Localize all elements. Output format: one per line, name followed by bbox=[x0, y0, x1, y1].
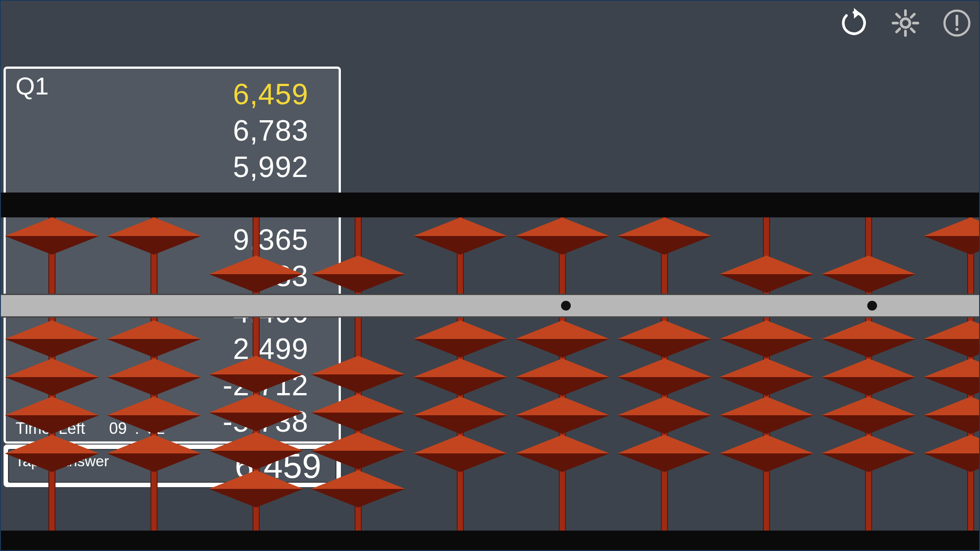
alert-icon bbox=[942, 8, 972, 38]
abacus-bead-upper[interactable] bbox=[311, 256, 405, 293]
abacus-bead-lower[interactable] bbox=[719, 358, 814, 396]
abacus-bead-upper[interactable] bbox=[719, 256, 814, 293]
abacus-bead-lower[interactable] bbox=[924, 397, 980, 434]
abacus-bead-lower[interactable] bbox=[719, 397, 814, 434]
abacus-bead-lower[interactable] bbox=[209, 432, 303, 469]
abacus-bead-lower[interactable] bbox=[719, 435, 814, 472]
abacus-bead-upper[interactable] bbox=[924, 217, 980, 255]
abacus-bead-lower[interactable] bbox=[5, 320, 99, 358]
abacus-bead-lower[interactable] bbox=[209, 356, 303, 393]
abacus-frame-bottom bbox=[1, 531, 979, 550]
abacus-bead-lower[interactable] bbox=[107, 358, 201, 396]
question-number: 6,459 bbox=[233, 76, 308, 112]
question-number: 5,992 bbox=[233, 149, 308, 185]
abacus-rod[interactable] bbox=[103, 217, 205, 531]
question-number: 6,783 bbox=[233, 112, 308, 149]
abacus-bead-lower[interactable] bbox=[413, 320, 507, 358]
abacus-rod[interactable] bbox=[818, 217, 920, 531]
abacus-bead-lower[interactable] bbox=[822, 358, 916, 396]
abacus-bead-lower[interactable] bbox=[5, 435, 99, 472]
abacus-rod[interactable] bbox=[205, 217, 307, 531]
abacus-beam bbox=[1, 294, 979, 318]
abacus-bead-lower[interactable] bbox=[822, 435, 916, 472]
abacus-bead-upper[interactable] bbox=[413, 217, 507, 255]
abacus-bead-upper[interactable] bbox=[107, 217, 201, 255]
abacus-rod[interactable] bbox=[613, 217, 715, 531]
abacus-bead-lower[interactable] bbox=[311, 470, 405, 508]
reload-button[interactable] bbox=[837, 6, 871, 40]
abacus-bead-lower[interactable] bbox=[617, 320, 711, 358]
abacus-bead-lower[interactable] bbox=[822, 320, 916, 358]
abacus-bead-lower[interactable] bbox=[209, 470, 303, 508]
abacus-bead-lower[interactable] bbox=[5, 358, 99, 396]
abacus-bead-lower[interactable] bbox=[719, 320, 814, 358]
question-label: Q1 bbox=[16, 71, 49, 100]
abacus-bead-lower[interactable] bbox=[413, 397, 507, 434]
abacus-bead-lower[interactable] bbox=[311, 432, 405, 469]
abacus-bead-upper[interactable] bbox=[209, 256, 303, 293]
abacus-rod[interactable] bbox=[920, 217, 980, 531]
abacus-bead-lower[interactable] bbox=[617, 358, 711, 396]
svg-point-3 bbox=[956, 28, 959, 31]
abacus-bead-lower[interactable] bbox=[924, 435, 980, 472]
abacus-bead-lower[interactable] bbox=[413, 435, 507, 472]
settings-button[interactable] bbox=[889, 6, 922, 40]
abacus-rod[interactable] bbox=[1, 217, 103, 531]
abacus-rod[interactable] bbox=[511, 217, 613, 531]
abacus-bead-upper[interactable] bbox=[822, 256, 916, 293]
alert-button[interactable] bbox=[940, 6, 974, 40]
abacus-frame-top bbox=[1, 193, 979, 217]
abacus[interactable] bbox=[1, 193, 979, 550]
abacus-rods bbox=[1, 217, 979, 531]
beam-dot bbox=[561, 301, 571, 311]
abacus-bead-lower[interactable] bbox=[107, 435, 201, 472]
abacus-bead-lower[interactable] bbox=[515, 320, 609, 358]
abacus-rod[interactable] bbox=[409, 217, 511, 531]
abacus-bead-lower[interactable] bbox=[515, 358, 609, 396]
abacus-bead-lower[interactable] bbox=[617, 435, 711, 472]
abacus-bead-lower[interactable] bbox=[413, 358, 507, 396]
abacus-bead-lower[interactable] bbox=[107, 320, 201, 358]
topbar bbox=[837, 6, 974, 40]
gear-icon bbox=[890, 8, 921, 38]
abacus-bead-upper[interactable] bbox=[515, 217, 609, 255]
abacus-bead-lower[interactable] bbox=[924, 358, 980, 396]
abacus-bead-upper[interactable] bbox=[617, 217, 711, 255]
abacus-bead-lower[interactable] bbox=[515, 397, 609, 434]
svg-point-0 bbox=[901, 19, 910, 28]
abacus-bead-lower[interactable] bbox=[822, 397, 916, 434]
abacus-bead-lower[interactable] bbox=[924, 320, 980, 358]
beam-dot bbox=[867, 301, 877, 311]
abacus-bead-lower[interactable] bbox=[515, 435, 609, 472]
abacus-rod[interactable] bbox=[715, 217, 818, 531]
abacus-bead-lower[interactable] bbox=[311, 394, 405, 431]
abacus-bead-lower[interactable] bbox=[107, 397, 201, 434]
abacus-bead-upper[interactable] bbox=[5, 217, 99, 255]
abacus-bead-lower[interactable] bbox=[209, 394, 303, 431]
reload-icon bbox=[839, 8, 869, 38]
abacus-bead-lower[interactable] bbox=[5, 397, 99, 434]
abacus-bead-lower[interactable] bbox=[617, 397, 711, 434]
abacus-bead-lower[interactable] bbox=[311, 356, 405, 393]
abacus-rod[interactable] bbox=[307, 217, 409, 531]
